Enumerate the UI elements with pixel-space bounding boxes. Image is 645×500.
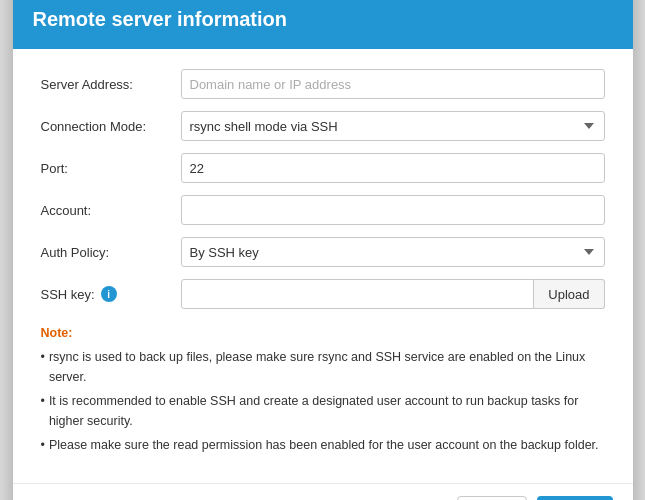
- account-label: Account:: [41, 203, 181, 218]
- done-button[interactable]: Done: [537, 496, 612, 500]
- note-bullet-2: •: [41, 391, 45, 431]
- note-bullet-3: •: [41, 435, 45, 455]
- account-row: Account:: [41, 195, 605, 225]
- server-address-row: Server Address:: [41, 69, 605, 99]
- note-item-2: • It is recommended to enable SSH and cr…: [41, 391, 605, 431]
- note-section: Note: • rsync is used to back up files, …: [41, 323, 605, 455]
- upload-button[interactable]: Upload: [534, 279, 604, 309]
- server-address-input[interactable]: [181, 69, 605, 99]
- port-label: Port:: [41, 161, 181, 176]
- account-input[interactable]: [181, 195, 605, 225]
- ssh-key-info-icon[interactable]: i: [101, 286, 117, 302]
- header-section: Remote server information: [13, 0, 633, 49]
- auth-policy-select[interactable]: By SSH key By password: [181, 237, 605, 267]
- dialog-footer: Back Done: [13, 483, 633, 500]
- note-item-1: • rsync is used to back up files, please…: [41, 347, 605, 387]
- form-content: Server Address: Connection Mode: rsync s…: [13, 49, 633, 475]
- ssh-key-input-group: Upload: [181, 279, 605, 309]
- connection-mode-label: Connection Mode:: [41, 119, 181, 134]
- ssh-key-row: SSH key: i Upload: [41, 279, 605, 309]
- note-bullet-1: •: [41, 347, 45, 387]
- ssh-key-label: SSH key:: [41, 287, 95, 302]
- note-text-1: rsync is used to back up files, please m…: [49, 347, 605, 387]
- note-title: Note:: [41, 323, 605, 343]
- note-item-3: • Please make sure the read permission h…: [41, 435, 605, 455]
- add-server-dialog: Add Server ✕ Remote server information S…: [13, 0, 633, 500]
- auth-policy-row: Auth Policy: By SSH key By password: [41, 237, 605, 267]
- auth-policy-label: Auth Policy:: [41, 245, 181, 260]
- connection-mode-row: Connection Mode: rsync shell mode via SS…: [41, 111, 605, 141]
- note-text-3: Please make sure the read permission has…: [49, 435, 599, 455]
- header-title: Remote server information: [33, 8, 613, 31]
- back-button[interactable]: Back: [457, 496, 528, 500]
- server-address-label: Server Address:: [41, 77, 181, 92]
- port-input[interactable]: [181, 153, 605, 183]
- note-text-2: It is recommended to enable SSH and crea…: [49, 391, 605, 431]
- connection-mode-select[interactable]: rsync shell mode via SSH rsync daemon mo…: [181, 111, 605, 141]
- ssh-key-input[interactable]: [181, 279, 535, 309]
- port-row: Port:: [41, 153, 605, 183]
- ssh-key-label-container: SSH key: i: [41, 286, 181, 302]
